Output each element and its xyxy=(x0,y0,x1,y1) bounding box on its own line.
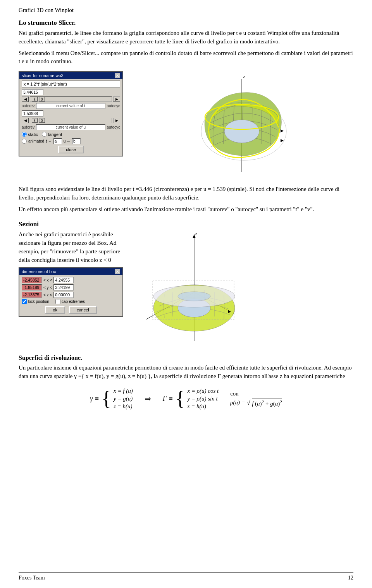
slicer-animated-label: animated xyxy=(28,139,44,143)
Gamma-symbol: Γ ≡ xyxy=(163,395,173,403)
box-z-pos[interactable] xyxy=(53,292,74,298)
Gamma-eq-z: z = h(u) xyxy=(188,403,219,410)
Gamma-eq-y: y = ρ(u) sin t xyxy=(188,395,219,402)
rho-formula: ρ(u) = √ f (u)2 + g(u)2 xyxy=(230,399,282,407)
slicer-u-value[interactable] xyxy=(22,110,43,117)
section3-heading: Superfici di rivoluzione. xyxy=(19,354,353,361)
slicer-close-x[interactable]: ✕ xyxy=(115,73,120,78)
box-body: < x < < y < < z < xyxy=(19,275,122,316)
section1-para1: Nei grafici parametrici, le linee che fo… xyxy=(19,29,353,46)
Gamma-eq-x: x = ρ(u) cos t xyxy=(188,388,219,394)
footer: Foxes Team 12 xyxy=(19,573,353,581)
svg-marker-6 xyxy=(281,139,284,142)
torus-arrow2 xyxy=(281,139,284,142)
slicer-u-row xyxy=(22,110,120,117)
box-x-neg[interactable] xyxy=(22,277,42,283)
shell-figure: z y xyxy=(134,230,353,347)
svg-point-3 xyxy=(224,120,259,143)
slicer-t-right-btn[interactable]: ▶ xyxy=(113,96,120,102)
slicer-tangent-radio[interactable] xyxy=(42,132,47,137)
slicer-u-arrow-label: u ← xyxy=(64,139,71,143)
gamma-eq-z: z = h(u) xyxy=(114,403,133,410)
slicer-titlebar: slicer for noname.wp3 ✕ xyxy=(19,72,122,79)
footer-left: Foxes Team xyxy=(19,575,45,581)
slicer-b-input[interactable] xyxy=(72,138,81,144)
slicer-u-right-btn[interactable]: ▶ xyxy=(113,118,120,123)
slicer-dialog: slicer for noname.wp3 ✕ x = 1.2^t*(sin(u… xyxy=(19,71,123,156)
slicer-t-arrow-label: t ← xyxy=(46,139,52,143)
box-btn-row: ok cancel xyxy=(22,306,120,314)
slicer-animated-radio[interactable] xyxy=(22,139,27,144)
math-equations: γ ≡ { x = f (u) y = g(u) z = h(u) ⇒ Γ ≡ … xyxy=(19,388,353,410)
box-y-row: < y < xyxy=(22,284,120,291)
box-title: dimensions of box xyxy=(22,269,56,274)
box-cap-checkbox[interactable] xyxy=(55,299,60,304)
gamma-eq-x: x = f (u) xyxy=(114,388,133,394)
slicer-static-label: static xyxy=(28,132,38,137)
gamma-eq-y: y = g(u) xyxy=(114,395,133,402)
Gamma-system: Γ ≡ { x = ρ(u) cos t y = ρ(u) sin t z = … xyxy=(163,388,219,410)
box-x-pos[interactable] xyxy=(53,277,74,283)
slicer-radio-tangent[interactable]: tangent xyxy=(42,132,62,137)
box-dialog: dimensions of box ✕ < x < < y < xyxy=(19,267,123,317)
torus-figure: z xyxy=(130,71,353,180)
slicer-animated-row: animated t ← u ← xyxy=(22,138,120,144)
section1-heading: Lo strumento Slicer. xyxy=(19,19,353,27)
slicer-radio-static[interactable]: static xyxy=(22,132,38,137)
slicer-current-t-box: current value of t xyxy=(36,103,105,109)
torus-arrow1 xyxy=(281,129,284,132)
shell-container: z y xyxy=(134,230,254,347)
box-lock-position[interactable]: lock position xyxy=(22,299,49,304)
rho-definition: con ρ(u) = √ f (u)2 + g(u)2 xyxy=(230,390,282,407)
rho-radicand: f (u)2 + g(u)2 xyxy=(252,399,282,407)
implies-symbol: ⇒ xyxy=(145,394,151,403)
slicer-close-btn[interactable]: close xyxy=(58,146,84,153)
box-cancel-btn[interactable]: cancel xyxy=(69,306,97,314)
box-titlebar: dimensions of box ✕ xyxy=(19,268,122,275)
slicer-t-labels: autorev current value of t autocyc xyxy=(22,103,120,109)
slicer-u-dbl-right[interactable]: ⟫ xyxy=(39,118,45,123)
box-z-label: < z < xyxy=(43,293,52,297)
box-y-pos[interactable] xyxy=(53,284,74,291)
slicer-formula: x = 1.2^t*(sin(u)^2*sin(t) xyxy=(22,81,120,88)
slicer-t-value[interactable] xyxy=(22,89,43,95)
box-cap-extremes[interactable]: cap extremes xyxy=(55,299,85,304)
gamma-equations: x = f (u) y = g(u) z = h(u) xyxy=(114,388,133,410)
slicer-t-row xyxy=(22,89,120,95)
box-y-neg[interactable] xyxy=(22,284,42,291)
left-brace-1: { xyxy=(102,390,111,408)
sqrt-symbol: √ xyxy=(247,399,250,407)
section3-para1: Un particolare insieme di equazioni para… xyxy=(19,364,353,381)
slicer-a-input[interactable] xyxy=(53,138,62,144)
rivoluzione-section: Superfici di rivoluzione. Un particolare… xyxy=(19,354,353,410)
box-check-row: lock position cap extremes xyxy=(22,299,120,304)
footer-right: 12 xyxy=(348,575,353,581)
slicer-autorev2-label: autorev xyxy=(22,125,34,129)
torus-svg: z xyxy=(182,71,302,180)
slicer-t-left-btn[interactable]: ◀ xyxy=(22,96,29,102)
box-cap-label: cap extremes xyxy=(62,299,85,304)
section2-heading: Sezioni xyxy=(19,220,353,228)
slicer-static-radio[interactable] xyxy=(22,132,27,137)
slicer-u-dbl-left[interactable]: ⟪ xyxy=(32,118,38,123)
sezioni-para1: Anche nei grafici parametrici è possibil… xyxy=(19,230,127,264)
gamma-system: γ ≡ { x = f (u) y = g(u) z = h(u) xyxy=(90,388,133,410)
section1-para2: Selezionando il menu One/Slicer... compa… xyxy=(19,49,353,66)
box-ok-btn[interactable]: ok xyxy=(45,306,65,314)
shell-svg: z y xyxy=(134,230,254,347)
box-close-x[interactable]: ✕ xyxy=(115,269,120,274)
slicer-radio-row: static tangent xyxy=(22,132,120,137)
box-x-row: < x < xyxy=(22,277,120,283)
gamma-symbol: γ ≡ xyxy=(90,395,99,403)
box-z-row: < z < xyxy=(22,292,120,298)
caption2: Un effetto ancora più spettacolare si ot… xyxy=(19,205,353,214)
slicer-u-labels: autorev current value of u autocyc xyxy=(22,124,120,130)
box-lock-checkbox[interactable] xyxy=(22,299,27,304)
con-label: con xyxy=(230,390,239,397)
box-z-neg[interactable] xyxy=(22,292,42,298)
slicer-t-dbl-right[interactable]: ⟫ xyxy=(39,97,45,101)
left-brace-2: { xyxy=(176,390,185,408)
slicer-u-left-btn[interactable]: ◀ xyxy=(22,118,29,123)
slicer-t-dbl-left[interactable]: ⟪ xyxy=(32,97,38,101)
rho-lhs: ρ(u) = xyxy=(230,399,245,406)
